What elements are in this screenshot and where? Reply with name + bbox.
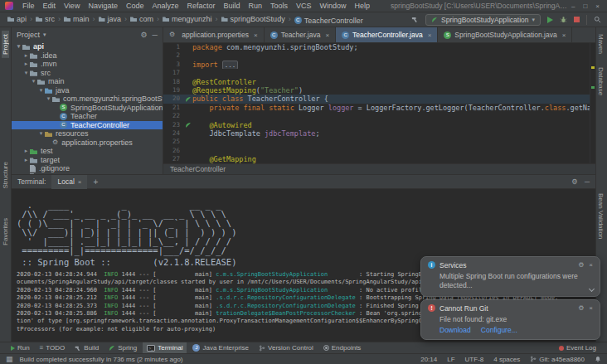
caret-position[interactable]: 20:14 [420,356,437,363]
toolwindow-button-build[interactable]: Build [70,342,103,354]
breadcrumb-item[interactable]: CTeacherController [293,17,365,25]
tree-item-teacher[interactable]: CTeacher [12,112,163,121]
close-icon[interactable]: × [254,32,258,39]
close-icon[interactable]: × [78,178,82,186]
tree-item--idea[interactable]: ▸.idea [12,51,163,61]
line-number[interactable]: 20 [163,95,183,103]
tree-item-src[interactable]: ▾src [12,69,163,78]
expand-arrow-icon[interactable]: ▸ [22,60,30,69]
menu-window[interactable]: Window [316,2,351,10]
notifications-bell-icon[interactable] [595,356,601,362]
toolwindow-button-todo[interactable]: ≡TODO [36,342,70,354]
spring-bean-icon[interactable] [183,95,192,103]
menu-help[interactable]: Help [351,2,375,10]
menu-vcs[interactable]: VCS [292,2,316,10]
notification-cannot-run-git[interactable]: !Cannot Run Git⚙×File not found: git.exe… [420,299,600,340]
close-icon[interactable]: × [428,32,432,39]
line-number[interactable]: 17 [163,69,183,77]
git-branch-widget[interactable]: Git: a45ea8860 [530,356,585,363]
toolwindow-button-endpoints[interactable]: Endpoints [319,342,366,354]
editor-tab-springbootstudyapplication-java[interactable]: SSpringBootStudyApplication.java× [438,27,572,42]
file-encoding[interactable]: UTF-8 [465,356,484,363]
run-config-select[interactable]: SpringBootStudyApplication ▾ [425,14,541,26]
folded-imports[interactable]: ... [222,61,239,69]
gear-icon[interactable]: ⚙ [578,261,584,269]
breadcrumb-item[interactable]: api [6,15,28,23]
close-button[interactable]: × [591,2,604,10]
build-hammer-icon[interactable] [411,16,419,23]
breadcrumb-item[interactable]: com [129,15,155,23]
expand-arrow-icon[interactable]: ▾ [45,95,52,104]
line-number[interactable]: 24 [163,129,183,138]
tree-item--mvn[interactable]: ▸.mvn [12,60,163,69]
line-number[interactable]: 18 [163,78,183,86]
toolwindow-button-terminal[interactable]: >_Terminal [143,342,187,354]
line-number[interactable]: 21 [163,104,183,112]
close-icon[interactable]: × [325,32,329,39]
expand-arrow-icon[interactable]: ▾ [15,42,22,51]
line-number[interactable]: 1 [163,43,183,51]
expand-arrow-icon[interactable]: ▾ [30,77,37,86]
tool-stripe-bean-validation[interactable]: Bean Validation [597,190,605,242]
toolwindow-button-java-enterprise[interactable]: JJava Enterprise [188,342,253,354]
maximize-button[interactable]: □ [579,2,591,10]
toolwindow-button-spring[interactable]: Spring [104,342,141,354]
tree-item--gitignore[interactable]: .gitignore [12,164,163,173]
line-number[interactable]: 19 [163,86,183,95]
minimize-panel-icon[interactable]: ─ [585,177,590,186]
toolwindow-button-event-log[interactable]: Event Log [555,342,600,354]
tree-item-application-properties[interactable]: ⚙application.properties [12,138,163,148]
tree-item-com-mengyunzhi-springbootstudy[interactable]: ▾com.mengyunzhi.springBootStudy [12,95,163,104]
project-view-label[interactable]: Project [17,31,40,39]
line-number[interactable]: 27 [163,155,183,163]
gear-icon[interactable]: ⚙ [578,304,584,312]
chevron-down-icon[interactable] [589,286,595,292]
tree-item-springbootstudyapplication[interactable]: SSpringBootStudyApplication [12,104,163,113]
editor-tab-application-properties[interactable]: ⚙application.properties× [163,27,265,42]
debug-button[interactable] [560,16,567,23]
line-number[interactable]: 26 [163,147,183,155]
tree-item-resources[interactable]: ▾resources [12,129,163,138]
menu-analyze[interactable]: Analyze [148,2,182,10]
breadcrumb-item[interactable]: java [97,15,124,23]
close-icon[interactable]: × [589,304,593,312]
notification-services[interactable]: iServices⚙×Multiple Spring Boot run conf… [420,256,600,297]
error-stripe[interactable] [590,43,595,163]
hide-panel-icon[interactable]: ─ [153,31,158,39]
expand-arrow-icon[interactable]: ▾ [22,69,30,78]
line-number[interactable]: 2 [163,51,183,60]
expand-arrow-icon[interactable]: ▾ [37,86,45,95]
editor-tab-teacher-java[interactable]: CTeacher.java× [265,27,336,42]
menu-edit[interactable]: Edit [39,2,61,10]
tree-item-teachercontroller[interactable]: CTeacherController [12,121,163,130]
close-icon[interactable]: × [562,32,566,39]
warning-mark[interactable] [591,66,595,69]
editor-breadcrumb[interactable]: TeacherController [163,163,595,174]
tree-item-api[interactable]: ▾api [12,42,163,51]
menu-file[interactable]: File [18,2,39,10]
run-button[interactable] [547,17,553,23]
menu-view[interactable]: View [60,2,84,10]
menu-code[interactable]: Code [122,2,148,10]
breadcrumb-item[interactable]: mengyunzhi [161,15,214,23]
tool-stripe-database[interactable]: Database [597,64,605,99]
tool-stripe-structure[interactable]: Structure [2,158,9,192]
line-number[interactable]: 22 [163,112,183,120]
menu-build[interactable]: Build [219,2,244,10]
minimize-button[interactable]: – [567,2,579,10]
line-number[interactable]: 25 [163,138,183,146]
line-number[interactable]: 3 [163,61,183,69]
gear-icon[interactable]: ⚙ [571,177,578,186]
toolwindow-button-run[interactable]: Run [7,342,34,354]
breadcrumb-item[interactable]: src [34,15,56,23]
tree-item-test[interactable]: ▸test [12,147,163,156]
toolwindow-button-version-control[interactable]: Version Control [255,342,318,354]
close-icon[interactable]: × [589,261,593,269]
search-everywhere-icon[interactable] [594,16,601,23]
tree-item-java[interactable]: ▾java [12,86,163,95]
expand-arrow-icon[interactable]: ▾ [37,129,45,138]
tree-item-main[interactable]: ▾main [12,77,163,86]
chevron-down-icon[interactable]: ▾ [43,32,46,38]
gear-icon[interactable]: ⚙ [141,31,148,39]
menu-navigate[interactable]: Navigate [84,2,122,10]
